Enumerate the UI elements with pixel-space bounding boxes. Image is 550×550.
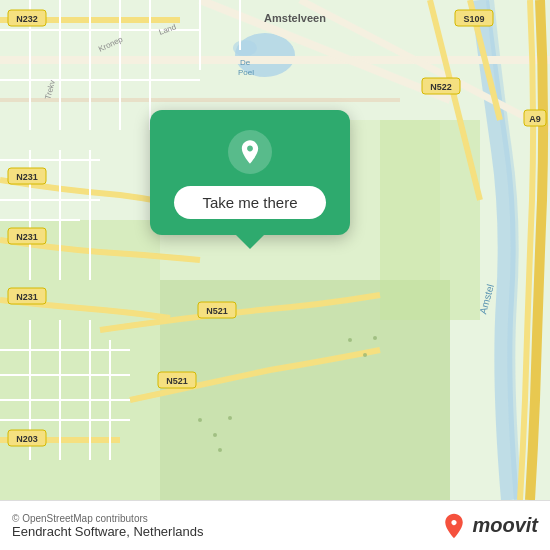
- svg-text:N231: N231: [16, 232, 38, 242]
- svg-point-2: [233, 40, 257, 56]
- company-name: Eendracht Software, Netherlands: [12, 524, 204, 539]
- svg-point-38: [348, 338, 352, 342]
- footer-bar: © OpenStreetMap contributors Eendracht S…: [0, 500, 550, 550]
- svg-point-42: [213, 433, 217, 437]
- map-svg: N232 N231 N231 N231 N203 N521 N521 N522 …: [0, 0, 550, 500]
- svg-text:N231: N231: [16, 292, 38, 302]
- moovit-logo: moovit: [440, 512, 538, 540]
- map-container: N232 N231 N231 N231 N203 N521 N521 N522 …: [0, 0, 550, 500]
- svg-text:N521: N521: [166, 376, 188, 386]
- svg-text:N232: N232: [16, 14, 38, 24]
- svg-text:De: De: [240, 58, 251, 67]
- svg-text:Amstelveen: Amstelveen: [264, 12, 326, 24]
- svg-text:S109: S109: [463, 14, 484, 24]
- map-pin-circle: [228, 130, 272, 174]
- svg-text:N522: N522: [430, 82, 452, 92]
- moovit-brand-text: moovit: [472, 514, 538, 537]
- svg-rect-3: [0, 220, 160, 500]
- svg-text:N231: N231: [16, 172, 38, 182]
- svg-text:N521: N521: [206, 306, 228, 316]
- svg-text:A9: A9: [529, 114, 541, 124]
- moovit-pin-icon: [440, 512, 468, 540]
- take-me-there-button[interactable]: Take me there: [174, 186, 325, 219]
- copyright-text: © OpenStreetMap contributors: [12, 513, 204, 524]
- footer-left: © OpenStreetMap contributors Eendracht S…: [12, 513, 204, 539]
- svg-text:Poel: Poel: [238, 68, 254, 77]
- svg-point-40: [373, 336, 377, 340]
- svg-text:N203: N203: [16, 434, 38, 444]
- map-pin-icon: [236, 138, 264, 166]
- svg-point-41: [198, 418, 202, 422]
- svg-point-44: [218, 448, 222, 452]
- svg-point-43: [228, 416, 232, 420]
- location-card: Take me there: [150, 110, 350, 235]
- svg-point-39: [363, 353, 367, 357]
